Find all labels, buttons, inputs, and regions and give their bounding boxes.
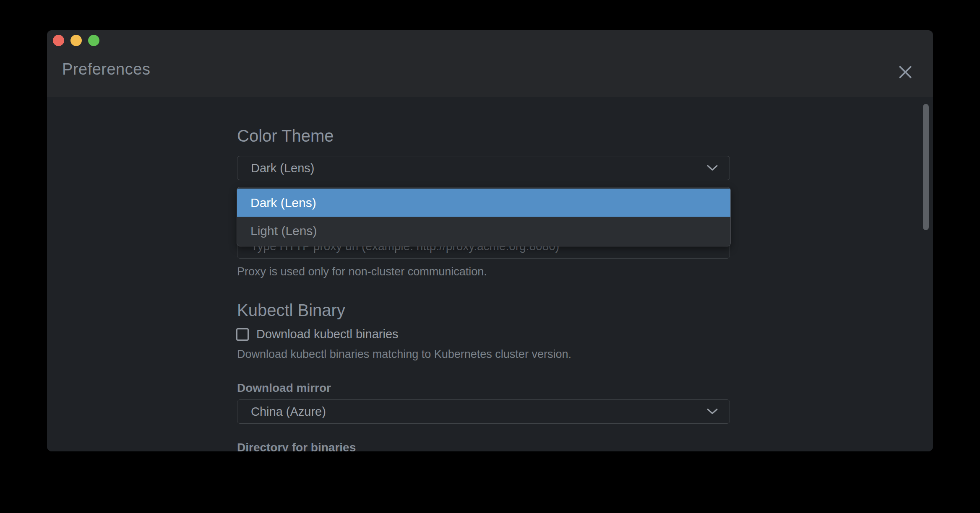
preferences-content: Color Theme Dark (Lens) Dark (Lens) Ligh… <box>47 97 933 451</box>
color-theme-heading: Color Theme <box>237 127 334 145</box>
preferences-window: Preferences Color Theme Dark (Lens) Dark… <box>47 30 933 451</box>
color-theme-select-value: Dark (Lens) <box>251 161 707 175</box>
kubectl-helper-text: Download kubectl binaries matching to Ku… <box>237 348 571 361</box>
download-mirror-select-value: China (Azure) <box>251 405 707 419</box>
color-theme-select[interactable]: Dark (Lens) <box>237 156 730 180</box>
minimize-traffic-icon[interactable] <box>70 35 82 46</box>
close-traffic-icon[interactable] <box>53 35 64 46</box>
kubectl-binary-heading: Kubectl Binary <box>237 301 345 320</box>
download-mirror-select[interactable]: China (Azure) <box>237 399 730 424</box>
download-mirror-label: Download mirror <box>237 381 331 395</box>
download-kubectl-checkbox-row[interactable]: Download kubectl binaries <box>236 327 399 341</box>
chevron-down-icon <box>707 408 718 415</box>
page-title: Preferences <box>62 60 150 78</box>
checkbox-unchecked-icon[interactable] <box>236 328 249 341</box>
color-theme-dropdown-menu: Dark (Lens) Light (Lens) <box>237 187 731 246</box>
download-kubectl-checkbox-label: Download kubectl binaries <box>256 327 399 341</box>
titlebar: Preferences <box>47 30 933 97</box>
close-icon <box>897 64 913 80</box>
vertical-scrollbar-thumb[interactable] <box>923 104 929 230</box>
http-proxy-helper-text: Proxy is used only for non-cluster commu… <box>237 265 487 278</box>
traffic-lights <box>53 35 99 46</box>
chevron-down-icon <box>707 165 718 171</box>
maximize-traffic-icon[interactable] <box>88 35 99 46</box>
dropdown-option-dark-lens[interactable]: Dark (Lens) <box>237 189 730 217</box>
close-button[interactable] <box>897 64 914 80</box>
dropdown-option-light-lens[interactable]: Light (Lens) <box>237 217 730 245</box>
directory-for-binaries-label: Directory for binaries <box>237 441 356 451</box>
